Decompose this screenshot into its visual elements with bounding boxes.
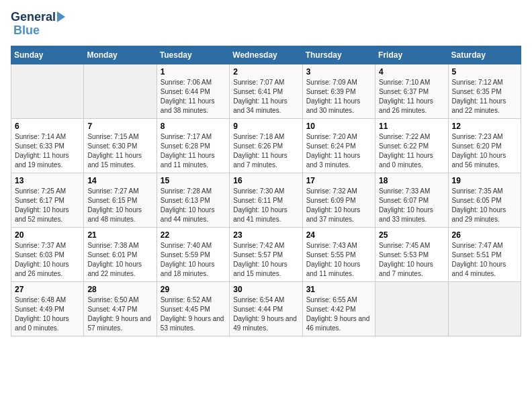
day-number: 5	[452, 67, 517, 77]
cell-content: Sunrise: 7:42 AM Sunset: 5:57 PM Dayligh…	[233, 241, 298, 279]
cell-content: Sunrise: 6:50 AM Sunset: 4:47 PM Dayligh…	[87, 295, 152, 333]
logo-text-general: General	[11, 11, 56, 24]
calendar-cell: 17Sunrise: 7:32 AM Sunset: 6:09 PM Dayli…	[302, 173, 375, 227]
day-number: 4	[379, 67, 444, 77]
cell-content: Sunrise: 7:27 AM Sunset: 6:15 PM Dayligh…	[87, 187, 152, 224]
calendar-cell	[11, 64, 84, 118]
cell-content: Sunrise: 7:20 AM Sunset: 6:24 PM Dayligh…	[306, 132, 371, 170]
cell-content: Sunrise: 7:15 AM Sunset: 6:30 PM Dayligh…	[87, 132, 152, 170]
day-number: 29	[161, 285, 226, 294]
cell-content: Sunrise: 7:37 AM Sunset: 6:03 PM Dayligh…	[15, 241, 80, 279]
day-number: 30	[233, 285, 298, 294]
cell-content: Sunrise: 7:33 AM Sunset: 6:07 PM Dayligh…	[379, 187, 444, 224]
day-number: 25	[379, 230, 444, 240]
calendar-cell: 25Sunrise: 7:45 AM Sunset: 5:53 PM Dayli…	[375, 227, 448, 281]
calendar-cell: 14Sunrise: 7:27 AM Sunset: 6:15 PM Dayli…	[84, 173, 157, 227]
cell-content: Sunrise: 7:45 AM Sunset: 5:53 PM Dayligh…	[379, 241, 444, 279]
day-of-week-header: Friday	[375, 46, 448, 64]
calendar-cell: 15Sunrise: 7:28 AM Sunset: 6:13 PM Dayli…	[157, 173, 229, 227]
calendar-cell: 31Sunrise: 6:55 AM Sunset: 4:42 PM Dayli…	[302, 281, 375, 336]
day-of-week-header: Monday	[84, 46, 157, 64]
day-number: 26	[452, 230, 517, 240]
calendar-week-row: 20Sunrise: 7:37 AM Sunset: 6:03 PM Dayli…	[11, 227, 521, 281]
calendar-week-row: 27Sunrise: 6:48 AM Sunset: 4:49 PM Dayli…	[11, 281, 521, 336]
cell-content: Sunrise: 7:18 AM Sunset: 6:26 PM Dayligh…	[233, 132, 298, 170]
calendar-cell: 7Sunrise: 7:15 AM Sunset: 6:30 PM Daylig…	[84, 118, 157, 173]
calendar-cell: 10Sunrise: 7:20 AM Sunset: 6:24 PM Dayli…	[302, 118, 375, 173]
day-of-week-header: Sunday	[11, 46, 84, 64]
calendar-week-row: 1Sunrise: 7:06 AM Sunset: 6:44 PM Daylig…	[11, 64, 521, 118]
day-number: 6	[15, 122, 80, 131]
day-number: 12	[452, 122, 517, 131]
cell-content: Sunrise: 6:55 AM Sunset: 4:42 PM Dayligh…	[306, 295, 371, 333]
cell-content: Sunrise: 7:23 AM Sunset: 6:20 PM Dayligh…	[452, 132, 517, 170]
calendar-cell: 4Sunrise: 7:10 AM Sunset: 6:37 PM Daylig…	[375, 64, 448, 118]
cell-content: Sunrise: 7:43 AM Sunset: 5:55 PM Dayligh…	[306, 241, 371, 279]
calendar-cell: 23Sunrise: 7:42 AM Sunset: 5:57 PM Dayli…	[230, 227, 302, 281]
cell-content: Sunrise: 7:22 AM Sunset: 6:22 PM Dayligh…	[379, 132, 444, 170]
cell-content: Sunrise: 7:17 AM Sunset: 6:28 PM Dayligh…	[161, 132, 226, 170]
cell-content: Sunrise: 7:07 AM Sunset: 6:41 PM Dayligh…	[233, 78, 298, 116]
calendar-cell: 9Sunrise: 7:18 AM Sunset: 6:26 PM Daylig…	[230, 118, 302, 173]
calendar-cell: 19Sunrise: 7:35 AM Sunset: 6:05 PM Dayli…	[448, 173, 521, 227]
day-number: 23	[233, 230, 298, 240]
day-number: 20	[15, 230, 80, 240]
calendar-cell: 29Sunrise: 6:52 AM Sunset: 4:45 PM Dayli…	[157, 281, 229, 336]
cell-content: Sunrise: 7:25 AM Sunset: 6:17 PM Dayligh…	[15, 187, 80, 224]
calendar-cell: 22Sunrise: 7:40 AM Sunset: 5:59 PM Dayli…	[157, 227, 229, 281]
day-number: 31	[306, 285, 371, 294]
calendar-cell: 27Sunrise: 6:48 AM Sunset: 4:49 PM Dayli…	[11, 281, 84, 336]
logo-arrow-icon	[57, 11, 65, 22]
calendar-cell: 30Sunrise: 6:54 AM Sunset: 4:44 PM Dayli…	[230, 281, 302, 336]
header: General Blue	[11, 11, 521, 38]
day-of-week-header: Thursday	[302, 46, 375, 64]
cell-content: Sunrise: 6:54 AM Sunset: 4:44 PM Dayligh…	[233, 295, 298, 333]
calendar-cell: 2Sunrise: 7:07 AM Sunset: 6:41 PM Daylig…	[230, 64, 302, 118]
day-number: 22	[161, 230, 226, 240]
cell-content: Sunrise: 7:06 AM Sunset: 6:44 PM Dayligh…	[161, 78, 226, 116]
day-number: 8	[161, 122, 226, 131]
calendar-cell	[448, 281, 521, 336]
calendar-week-row: 13Sunrise: 7:25 AM Sunset: 6:17 PM Dayli…	[11, 173, 521, 227]
cell-content: Sunrise: 7:28 AM Sunset: 6:13 PM Dayligh…	[161, 187, 226, 224]
calendar-body: 1Sunrise: 7:06 AM Sunset: 6:44 PM Daylig…	[11, 64, 521, 336]
day-number: 9	[233, 122, 298, 131]
calendar-cell: 13Sunrise: 7:25 AM Sunset: 6:17 PM Dayli…	[11, 173, 84, 227]
cell-content: Sunrise: 7:14 AM Sunset: 6:33 PM Dayligh…	[15, 132, 80, 170]
days-of-week-row: SundayMondayTuesdayWednesdayThursdayFrid…	[11, 46, 521, 64]
cell-content: Sunrise: 7:47 AM Sunset: 5:51 PM Dayligh…	[452, 241, 517, 279]
cell-content: Sunrise: 7:40 AM Sunset: 5:59 PM Dayligh…	[161, 241, 226, 279]
day-number: 28	[87, 285, 152, 294]
day-number: 1	[161, 67, 226, 77]
calendar-table: SundayMondayTuesdayWednesdayThursdayFrid…	[11, 46, 521, 336]
cell-content: Sunrise: 7:38 AM Sunset: 6:01 PM Dayligh…	[87, 241, 152, 279]
calendar-cell: 8Sunrise: 7:17 AM Sunset: 6:28 PM Daylig…	[157, 118, 229, 173]
calendar-cell: 18Sunrise: 7:33 AM Sunset: 6:07 PM Dayli…	[375, 173, 448, 227]
day-number: 18	[379, 176, 444, 185]
calendar-cell: 16Sunrise: 7:30 AM Sunset: 6:11 PM Dayli…	[230, 173, 302, 227]
day-number: 16	[233, 176, 298, 185]
calendar-cell: 28Sunrise: 6:50 AM Sunset: 4:47 PM Dayli…	[84, 281, 157, 336]
day-number: 7	[87, 122, 152, 131]
calendar-cell: 26Sunrise: 7:47 AM Sunset: 5:51 PM Dayli…	[448, 227, 521, 281]
cell-content: Sunrise: 7:10 AM Sunset: 6:37 PM Dayligh…	[379, 78, 444, 116]
day-of-week-header: Wednesday	[230, 46, 302, 64]
day-number: 10	[306, 122, 371, 131]
calendar-cell: 12Sunrise: 7:23 AM Sunset: 6:20 PM Dayli…	[448, 118, 521, 173]
day-of-week-header: Tuesday	[157, 46, 229, 64]
day-number: 13	[15, 176, 80, 185]
day-of-week-header: Saturday	[448, 46, 521, 64]
day-number: 27	[15, 285, 80, 294]
day-number: 11	[379, 122, 444, 131]
calendar-cell: 20Sunrise: 7:37 AM Sunset: 6:03 PM Dayli…	[11, 227, 84, 281]
day-number: 3	[306, 67, 371, 77]
day-number: 21	[87, 230, 152, 240]
cell-content: Sunrise: 7:09 AM Sunset: 6:39 PM Dayligh…	[306, 78, 371, 116]
calendar-cell: 11Sunrise: 7:22 AM Sunset: 6:22 PM Dayli…	[375, 118, 448, 173]
day-number: 15	[161, 176, 226, 185]
calendar-cell	[84, 64, 157, 118]
calendar-cell: 1Sunrise: 7:06 AM Sunset: 6:44 PM Daylig…	[157, 64, 229, 118]
day-number: 19	[452, 176, 517, 185]
cell-content: Sunrise: 7:35 AM Sunset: 6:05 PM Dayligh…	[452, 187, 517, 224]
logo-text-blue: Blue	[13, 24, 40, 38]
